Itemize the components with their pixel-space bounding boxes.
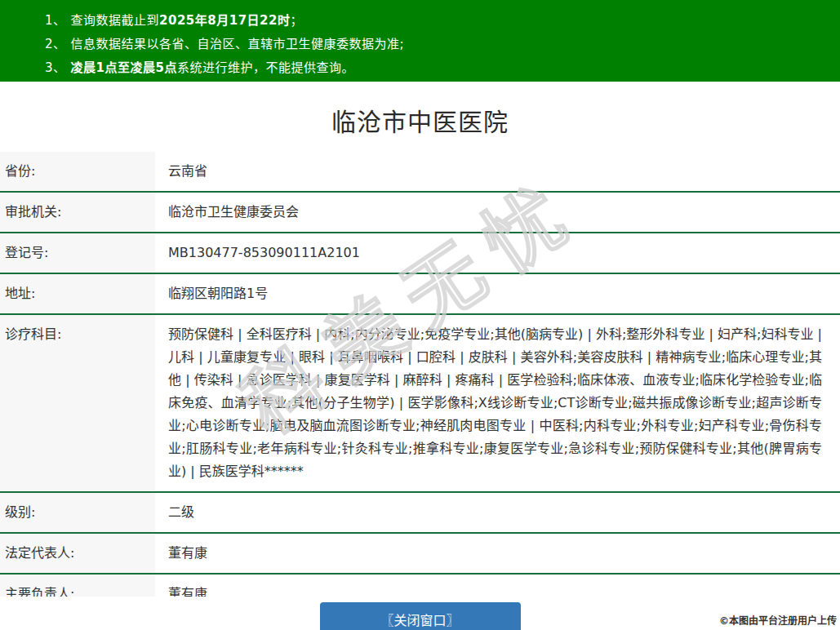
row-label: 审批机关: [0, 193, 155, 232]
table-row-registration-number: 登记号: MB130477-853090111A2101 [0, 233, 840, 274]
table-row-medical-departments: 诊疗科目: 预防保健科 | 全科医疗科 | 内科;内分泌专业;免疫学专业;其他(… [0, 315, 840, 493]
notice-banner: 1、查询数据截止到2025年8月17日22时； 2、信息数据结果以各省、自治区、… [0, 0, 840, 82]
row-value: 二级 [155, 493, 840, 532]
info-table: 省份: 云南省 审批机关: 临沧市卫生健康委员会 登记号: MB130477-8… [0, 152, 840, 597]
close-window-button[interactable]: 〖关闭窗口〗 [320, 602, 521, 630]
notice-number: 3、 [45, 60, 66, 75]
notice-text-bold: 2025年8月17日22时 [159, 13, 290, 28]
notice-line-3: 3、凌晨1点至凌晨5点系统进行维护，不能提供查询。 [45, 56, 840, 80]
row-value: 董有康 [155, 534, 840, 573]
notice-line-2: 2、信息数据结果以各省、自治区、直辖市卫生健康委数据为准; [45, 33, 840, 56]
table-row-province: 省份: 云南省 [0, 152, 840, 193]
notice-text: 查询数据截止到 [71, 13, 160, 28]
row-value: 董有康 [155, 575, 840, 597]
row-value: 预防保健科 | 全科医疗科 | 内科;内分泌专业;免疫学专业;其他(脑病专业) … [155, 315, 840, 491]
row-label: 省份: [0, 152, 155, 191]
table-row-main-person-in-charge: 主要负责人: 董有康 [0, 575, 840, 597]
notice-number: 2、 [45, 37, 66, 51]
row-value: 云南省 [155, 152, 840, 191]
row-value: MB130477-853090111A2101 [155, 233, 840, 273]
row-label: 法定代表人: [0, 534, 155, 573]
notice-text: ； [291, 13, 304, 28]
notice-text: 系统进行维护，不能提供查询。 [177, 60, 354, 75]
table-row-approval-authority: 审批机关: 临沧市卫生健康委员会 [0, 193, 840, 233]
notice-line-1: 1、查询数据截止到2025年8月17日22时； [45, 9, 840, 33]
row-label: 登记号: [0, 233, 155, 273]
row-label: 级别: [0, 493, 155, 532]
copyright-note: ©本图由平台注册用户上传 [719, 613, 837, 627]
bottom-bar: 〖关闭窗口〗 [0, 602, 840, 630]
table-row-level: 级别: 二级 [0, 493, 840, 534]
page-title: 临沧市中医医院 [0, 106, 840, 139]
row-label: 地址: [0, 274, 155, 313]
row-label: 诊疗科目: [0, 315, 155, 491]
table-row-legal-representative: 法定代表人: 董有康 [0, 534, 840, 575]
row-value: 临沧市卫生健康委员会 [155, 193, 840, 232]
row-value: 临翔区朝阳路1号 [155, 274, 840, 313]
notice-text-bold: 凌晨1点至凌晨5点 [71, 60, 177, 75]
notice-text: 信息数据结果以各省、自治区、直辖市卫生健康委数据为准; [71, 37, 405, 51]
table-row-address: 地址: 临翔区朝阳路1号 [0, 274, 840, 315]
row-label: 主要负责人: [0, 575, 155, 597]
notice-number: 1、 [45, 13, 66, 28]
